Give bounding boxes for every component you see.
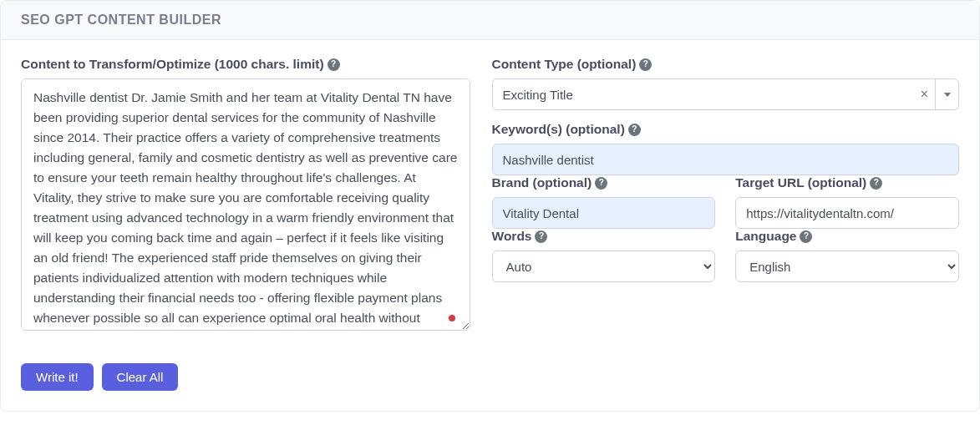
dropdown-toggle[interactable] — [935, 79, 958, 109]
content-textarea-wrap: Nashville dentist Dr. Jamie Smith and he… — [21, 78, 470, 333]
card-title: SEO GPT CONTENT BUILDER — [21, 13, 959, 28]
chevron-down-icon — [944, 93, 951, 97]
help-icon[interactable]: ? — [595, 177, 607, 190]
card-body: Content to Transform/Optimize (1000 char… — [1, 40, 979, 411]
button-row: Write it! Clear All — [21, 363, 959, 391]
words-select[interactable]: Auto — [492, 250, 716, 282]
content-type-select[interactable]: Exciting Title × — [492, 78, 959, 110]
select-controls: × — [914, 79, 958, 109]
clear-selection-icon[interactable]: × — [914, 87, 935, 102]
content-label-text: Content to Transform/Optimize (1000 char… — [21, 57, 324, 72]
help-icon[interactable]: ? — [870, 177, 882, 190]
help-icon[interactable]: ? — [628, 124, 641, 136]
language-select[interactable]: English — [735, 250, 959, 282]
target-url-label: Target URL (optional) ? — [735, 175, 959, 190]
help-icon[interactable]: ? — [639, 58, 652, 71]
brand-label: Brand (optional) ? — [492, 175, 716, 190]
content-type-label-text: Content Type (optional) — [492, 57, 637, 72]
brand-input[interactable] — [492, 197, 716, 229]
help-icon[interactable]: ? — [328, 58, 340, 71]
content-builder-card: SEO GPT CONTENT BUILDER Content to Trans… — [0, 0, 980, 412]
keywords-input[interactable] — [492, 144, 959, 175]
target-url-label-text: Target URL (optional) — [735, 175, 866, 190]
help-icon[interactable]: ? — [800, 230, 812, 243]
language-label: Language ? — [735, 229, 959, 244]
content-textarea[interactable]: Nashville dentist Dr. Jamie Smith and he… — [21, 78, 470, 331]
help-icon[interactable]: ? — [535, 230, 547, 243]
brand-url-row: Brand (optional) ? Target URL (optional)… — [492, 175, 959, 229]
content-label: Content to Transform/Optimize (1000 char… — [21, 57, 470, 72]
words-label-text: Words — [492, 229, 532, 244]
clear-all-button[interactable]: Clear All — [102, 363, 179, 391]
words-label: Words ? — [492, 229, 716, 244]
write-it-button[interactable]: Write it! — [21, 363, 94, 391]
keywords-label-text: Keyword(s) (optional) — [492, 122, 625, 137]
content-type-value: Exciting Title — [503, 88, 914, 102]
words-lang-row: Words ? Auto Language ? Englis — [492, 229, 959, 282]
card-header: SEO GPT CONTENT BUILDER — [1, 1, 979, 40]
target-url-input[interactable] — [735, 197, 959, 229]
form-row: Content to Transform/Optimize (1000 char… — [21, 57, 959, 333]
right-column: Content Type (optional) ? Exciting Title… — [492, 57, 959, 333]
left-column: Content to Transform/Optimize (1000 char… — [21, 57, 470, 333]
language-label-text: Language — [735, 229, 796, 244]
brand-label-text: Brand (optional) — [492, 175, 592, 190]
content-type-label: Content Type (optional) ? — [492, 57, 959, 72]
status-dot-icon — [449, 315, 455, 321]
keywords-label: Keyword(s) (optional) ? — [492, 122, 959, 137]
